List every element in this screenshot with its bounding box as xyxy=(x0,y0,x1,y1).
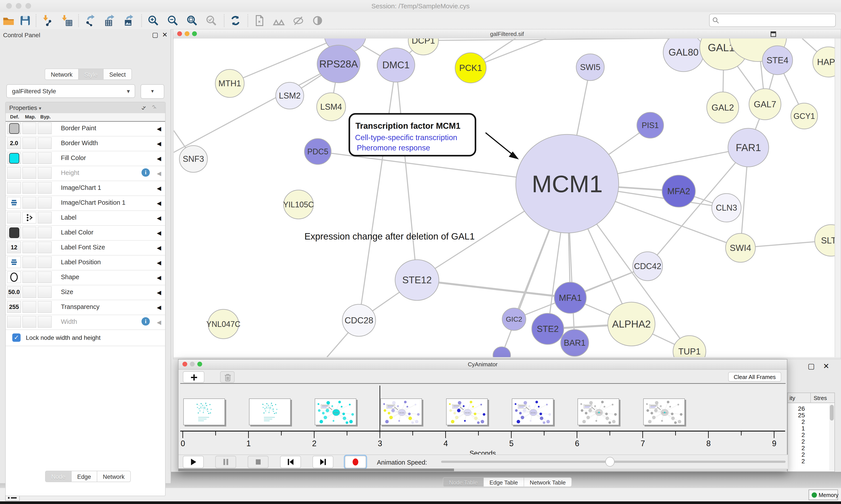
annotation-callout[interactable]: Transcription factor MCM1Cell-type-speci… xyxy=(349,114,519,159)
info-icon[interactable]: i xyxy=(142,168,150,177)
new-doc-icon[interactable] xyxy=(253,15,265,26)
play-button[interactable] xyxy=(183,456,204,468)
float-panel-icon[interactable]: ▢ xyxy=(152,31,158,38)
node-PIS1[interactable]: PIS1 xyxy=(637,112,664,138)
stop-button[interactable] xyxy=(248,456,269,468)
table-cell[interactable]: 25 xyxy=(789,412,805,419)
pause-button[interactable] xyxy=(215,456,236,468)
frame-thumbnail-7[interactable]: MCM1 xyxy=(643,398,685,425)
import-table-icon[interactable] xyxy=(61,15,73,26)
node-YNL047C[interactable]: YNL047C xyxy=(206,309,240,339)
node-SLT2[interactable]: SLT2 xyxy=(815,224,835,256)
skip-to-end-button[interactable] xyxy=(312,456,333,468)
default-swatch[interactable] xyxy=(9,123,19,134)
table-cell[interactable]: 26 xyxy=(789,405,805,412)
node-PDC5[interactable]: PDC5 xyxy=(304,139,331,164)
node-MFA1[interactable]: MFA1 xyxy=(554,282,586,313)
zoom-out-icon[interactable] xyxy=(167,15,179,26)
timeline-playhead[interactable] xyxy=(379,385,380,432)
table-panel-close-icon[interactable]: ✕ xyxy=(823,362,829,371)
node-SNF3[interactable]: SNF3 xyxy=(179,146,208,172)
node-BAR1[interactable]: BAR1 xyxy=(561,329,589,356)
timeline-panel[interactable]: MCM1MCM1MCM1MCM1MCM1MCM1 0123456789 Seco… xyxy=(180,383,786,455)
default-swatch[interactable] xyxy=(9,153,19,164)
edge-STE12-MFA1[interactable] xyxy=(417,280,570,298)
lock-checkbox[interactable]: ✓ xyxy=(12,334,21,342)
collapse-all-icon[interactable]: ⌃⌃ xyxy=(151,104,161,111)
node-smallpurple[interactable] xyxy=(493,347,511,357)
column-header-stress[interactable]: Stres xyxy=(813,395,827,401)
property-row-image-chart-1[interactable]: Image/Chart 1◀ xyxy=(6,181,165,196)
node-DCP1[interactable]: DCP1 xyxy=(408,38,439,55)
show-panel-icon[interactable] xyxy=(312,15,323,26)
node-TUP1[interactable]: TUP1 xyxy=(673,336,706,357)
property-row-transparency[interactable]: 255Transparency◀ xyxy=(6,300,165,315)
hide-panel-icon[interactable] xyxy=(292,15,304,26)
save-icon[interactable] xyxy=(19,15,31,26)
node-CLN3[interactable]: CLN3 xyxy=(712,194,741,222)
property-row-fill-color[interactable]: Fill Color◀ xyxy=(6,151,165,166)
node-GCY1[interactable]: GCY1 xyxy=(791,103,818,129)
expand-all-icon[interactable]: ⌄⌄ xyxy=(140,104,151,111)
tab-edge[interactable]: Edge xyxy=(71,471,97,482)
property-row-label[interactable]: Label◀ xyxy=(6,211,165,226)
network-window-titlebar[interactable]: galFiltered.sif xyxy=(173,29,841,39)
close-panel-icon[interactable]: ✕ xyxy=(162,31,167,38)
node-PCK1[interactable]: PCK1 xyxy=(455,53,486,83)
table-cell[interactable]: 2 xyxy=(789,418,805,426)
property-row-size[interactable]: 50.0Size◀ xyxy=(6,285,165,300)
tab-select[interactable]: Select xyxy=(103,69,132,80)
node-LSM4[interactable]: LSM4 xyxy=(317,93,345,121)
property-row-label-color[interactable]: Label Color◀ xyxy=(6,225,165,240)
tab-edge-table[interactable]: Edge Table xyxy=(483,477,524,487)
network-canvas[interactable]: RPS28ADMC1DCP1PCK1MTH1LSM2LSM4SWI5GAL80G… xyxy=(174,38,835,357)
table-cell[interactable]: 2 xyxy=(789,438,805,445)
frame-thumbnail-1[interactable] xyxy=(249,398,291,425)
node-SWI5[interactable]: SWI5 xyxy=(576,54,604,80)
node-STE12[interactable]: STE12 xyxy=(395,260,439,300)
network-vertical-scrollbar[interactable] xyxy=(835,38,841,357)
frame-thumbnail-2[interactable]: MCM1 xyxy=(315,398,356,425)
table-vertical-scrollbar[interactable] xyxy=(829,404,835,471)
node-STE4[interactable]: STE4 xyxy=(763,46,793,75)
node-GIC2[interactable]: GIC2 xyxy=(502,308,526,330)
frame-thumbnail-5[interactable]: MCM1 xyxy=(512,398,553,425)
property-row-shape[interactable]: Shape◀ xyxy=(6,270,165,285)
node-DMC1[interactable]: DMC1 xyxy=(377,48,415,82)
node-MFA2[interactable]: MFA2 xyxy=(662,175,695,207)
home-icon[interactable] xyxy=(273,15,285,26)
table-cell[interactable]: 2 xyxy=(789,445,805,452)
table-cell[interactable]: 1 xyxy=(789,425,805,432)
tab-style[interactable]: Style xyxy=(78,69,103,80)
skip-to-start-button[interactable] xyxy=(280,456,301,468)
property-row-image-chart-position-1[interactable]: Image/Chart Position 1◀ xyxy=(6,196,165,211)
style-options-button[interactable]: ▾ xyxy=(141,84,164,99)
tab-network[interactable]: Network xyxy=(97,471,131,482)
column-divider[interactable] xyxy=(810,393,811,403)
tab-network-table[interactable]: Network Table xyxy=(524,477,572,487)
edge-DMC1-CDC28[interactable] xyxy=(359,65,396,320)
export-image-icon[interactable] xyxy=(123,15,135,26)
tab-network[interactable]: Network xyxy=(45,69,78,80)
zoom-fit-icon[interactable] xyxy=(186,15,198,26)
memory-button[interactable]: Memory xyxy=(809,489,838,500)
table-cell[interactable]: 2 xyxy=(789,432,805,438)
search-input[interactable] xyxy=(709,14,836,27)
node-ALPHA2[interactable]: ALPHA2 xyxy=(608,302,655,346)
node-RPS28A[interactable]: RPS28A xyxy=(317,45,360,83)
node-GAL80[interactable]: GAL80 xyxy=(663,38,704,72)
node-SWI4[interactable]: SWI4 xyxy=(726,233,755,262)
frame-thumbnail-0[interactable] xyxy=(183,398,225,425)
node-FAR1[interactable]: FAR1 xyxy=(728,128,769,167)
node-MCM1[interactable]: MCM1 xyxy=(516,134,619,233)
default-swatch[interactable] xyxy=(9,228,19,238)
tab-node[interactable]: Node xyxy=(45,471,71,482)
property-row-border-width[interactable]: 2.0Border Width◀ xyxy=(6,136,165,151)
zoom-selected-icon[interactable] xyxy=(205,15,217,26)
import-network-icon[interactable] xyxy=(42,15,54,26)
table-cell[interactable]: 2 xyxy=(789,458,805,465)
node-YIL105C[interactable]: YIL105C xyxy=(283,190,314,219)
node-CDC28[interactable]: CDC28 xyxy=(342,304,376,336)
network-caption[interactable]: Expression change after deletion of GAL1 xyxy=(304,231,475,241)
column-header-ity[interactable]: ity xyxy=(789,395,795,401)
